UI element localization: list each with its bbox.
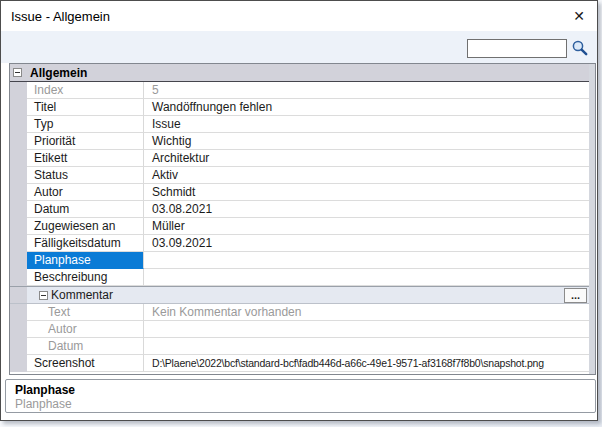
category-label: Allgemein: [30, 66, 87, 80]
ellipsis-button[interactable]: ...: [564, 288, 587, 303]
property-label[interactable]: Datum: [27, 338, 144, 355]
property-row-faelligkeitsdatum[interactable]: Fälligkeitsdatum 03.09.2021: [10, 235, 589, 252]
property-label[interactable]: Autor: [27, 321, 144, 338]
search-toolbar: [1, 31, 597, 63]
row-margin: [10, 133, 27, 150]
row-margin: [10, 269, 27, 286]
property-value[interactable]: Wandöffnungen fehlen: [144, 99, 589, 116]
collapse-icon[interactable]: [13, 68, 22, 77]
property-value[interactable]: 03.09.2021: [144, 235, 589, 252]
row-margin: [10, 355, 27, 372]
property-value[interactable]: [144, 269, 589, 286]
row-margin: [10, 304, 27, 321]
property-label[interactable]: Datum: [27, 201, 144, 218]
property-value[interactable]: Aktiv: [144, 167, 589, 184]
property-label[interactable]: Typ: [27, 116, 144, 133]
subcategory-label: Kommentar: [51, 288, 113, 302]
property-value[interactable]: [144, 338, 589, 355]
property-row-screenshot[interactable]: Screenshot D:\Plaene\2022\bcf\standard-b…: [10, 355, 589, 372]
row-margin: [10, 150, 27, 167]
property-row-index[interactable]: Index 5: [10, 82, 589, 99]
property-row-datum[interactable]: Datum 03.08.2021: [10, 201, 589, 218]
property-row-kommentar-datum[interactable]: Datum: [10, 338, 589, 355]
grid-right-gutter: [589, 64, 595, 374]
window-title: Issue - Allgemein: [11, 9, 110, 24]
row-margin: [10, 287, 27, 303]
property-row-autor[interactable]: Autor Schmidt: [10, 184, 589, 201]
property-label[interactable]: Beschreibung: [27, 269, 144, 286]
property-label[interactable]: Autor: [27, 184, 144, 201]
issue-properties-window: Issue - Allgemein ✕ Allgemein Index 5: [0, 0, 598, 421]
row-margin: [10, 201, 27, 218]
row-margin: [10, 82, 27, 99]
property-row-kommentar-autor[interactable]: Autor: [10, 321, 589, 338]
property-label[interactable]: Index: [27, 82, 144, 99]
property-value[interactable]: Kein Kommentar vorhanden: [144, 304, 589, 321]
property-value[interactable]: Wichtig: [144, 133, 589, 150]
row-margin: [10, 99, 27, 116]
row-margin: [10, 321, 27, 338]
property-row-typ[interactable]: Typ Issue: [10, 116, 589, 133]
property-value[interactable]: 5: [144, 82, 589, 99]
search-button[interactable]: [571, 39, 589, 57]
property-label[interactable]: Status: [27, 167, 144, 184]
property-label[interactable]: Screenshot: [27, 355, 144, 372]
property-value[interactable]: Müller: [144, 218, 589, 235]
property-value[interactable]: D:\Plaene\2022\bcf\standard-bcf\fadb446d…: [144, 355, 589, 372]
property-grid: Allgemein Index 5 Titel Wandöffnungen fe…: [9, 63, 596, 375]
row-margin: [10, 338, 27, 355]
property-value[interactable]: Issue: [144, 116, 589, 133]
titlebar: Issue - Allgemein ✕: [1, 1, 597, 31]
row-margin: [10, 235, 27, 252]
row-margin: [10, 252, 27, 269]
property-row-kommentar-text[interactable]: Text Kein Kommentar vorhanden: [10, 304, 589, 321]
property-label[interactable]: Zugewiesen an: [27, 218, 144, 235]
property-row-beschreibung[interactable]: Beschreibung: [10, 269, 589, 286]
property-label[interactable]: Priorität: [27, 133, 144, 150]
close-button[interactable]: ✕: [569, 6, 589, 26]
property-row-etikett[interactable]: Etikett Architektur: [10, 150, 589, 167]
property-value[interactable]: 03.08.2021: [144, 201, 589, 218]
property-row-zugewiesen-an[interactable]: Zugewiesen an Müller: [10, 218, 589, 235]
search-input[interactable]: [467, 39, 567, 58]
property-value[interactable]: [144, 252, 589, 269]
row-margin: [10, 184, 27, 201]
help-description: Planphase: [15, 397, 72, 411]
row-margin: [10, 167, 27, 184]
row-margin: [10, 116, 27, 133]
close-icon: ✕: [573, 8, 585, 24]
search-icon: [571, 39, 589, 57]
collapse-icon[interactable]: [39, 291, 48, 300]
property-row-status[interactable]: Status Aktiv: [10, 167, 589, 184]
property-value[interactable]: Architektur: [144, 150, 589, 167]
property-label[interactable]: Planphase: [27, 252, 144, 269]
property-label[interactable]: Fälligkeitsdatum: [27, 235, 144, 252]
subcategory-row-kommentar[interactable]: Kommentar ...: [10, 286, 589, 304]
help-title: Planphase: [15, 383, 75, 397]
property-value[interactable]: [144, 321, 589, 338]
property-label[interactable]: Text: [27, 304, 144, 321]
help-panel: Planphase Planphase: [5, 379, 596, 413]
property-row-titel[interactable]: Titel Wandöffnungen fehlen: [10, 99, 589, 116]
property-row-prioritaet[interactable]: Priorität Wichtig: [10, 133, 589, 150]
row-margin: [10, 218, 27, 235]
category-row-allgemein[interactable]: Allgemein: [10, 64, 589, 82]
property-value[interactable]: Schmidt: [144, 184, 589, 201]
property-label[interactable]: Titel: [27, 99, 144, 116]
property-row-planphase[interactable]: Planphase: [10, 252, 589, 269]
property-label[interactable]: Etikett: [27, 150, 144, 167]
